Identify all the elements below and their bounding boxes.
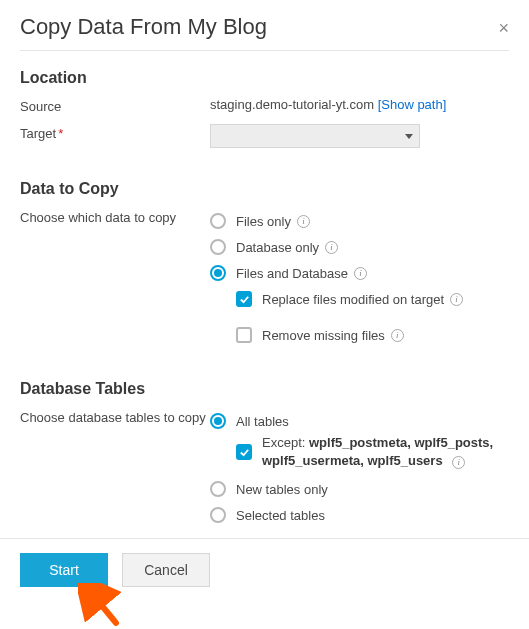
radio-new-tables[interactable] xyxy=(210,481,226,497)
info-icon[interactable]: i xyxy=(450,293,463,306)
data-to-copy-help: Choose which data to copy xyxy=(20,208,210,225)
target-select[interactable] xyxy=(210,124,420,148)
check-replace-files[interactable] xyxy=(236,291,252,307)
check-remove-missing[interactable] xyxy=(236,327,252,343)
label-files-only: Files only xyxy=(236,214,291,229)
radio-files-only[interactable] xyxy=(210,213,226,229)
divider xyxy=(0,538,529,539)
label-replace-files: Replace files modified on target xyxy=(262,292,444,307)
info-icon[interactable]: i xyxy=(297,215,310,228)
radio-database-only[interactable] xyxy=(210,239,226,255)
section-heading-db-tables: Database Tables xyxy=(20,380,509,398)
required-asterisk: * xyxy=(58,126,63,141)
radio-all-tables[interactable] xyxy=(210,413,226,429)
section-heading-data-to-copy: Data to Copy xyxy=(20,180,509,198)
section-heading-location: Location xyxy=(20,69,509,87)
info-icon[interactable]: i xyxy=(354,267,367,280)
dialog-title: Copy Data From My Blog xyxy=(20,14,267,40)
label-selected-tables: Selected tables xyxy=(236,508,325,523)
label-database-only: Database only xyxy=(236,240,319,255)
info-icon[interactable]: i xyxy=(325,241,338,254)
info-icon[interactable]: i xyxy=(391,329,404,342)
source-label: Source xyxy=(20,97,210,114)
info-icon[interactable]: i xyxy=(452,456,465,469)
source-value: staging.demo-tutorial-yt.com xyxy=(210,97,374,112)
chevron-down-icon xyxy=(405,134,413,139)
label-except: Except: xyxy=(262,435,309,450)
radio-selected-tables[interactable] xyxy=(210,507,226,523)
label-files-and-db: Files and Database xyxy=(236,266,348,281)
start-button[interactable]: Start xyxy=(20,553,108,587)
close-icon[interactable]: × xyxy=(498,19,509,37)
radio-files-and-db[interactable] xyxy=(210,265,226,281)
target-label: Target xyxy=(20,126,56,141)
cancel-button[interactable]: Cancel xyxy=(122,553,210,587)
show-path-link[interactable]: [Show path] xyxy=(378,97,447,112)
db-tables-help: Choose database tables to copy xyxy=(20,408,210,425)
label-new-tables: New tables only xyxy=(236,482,328,497)
label-remove-missing: Remove missing files xyxy=(262,328,385,343)
label-all-tables: All tables xyxy=(236,414,289,429)
check-except[interactable] xyxy=(236,444,252,460)
